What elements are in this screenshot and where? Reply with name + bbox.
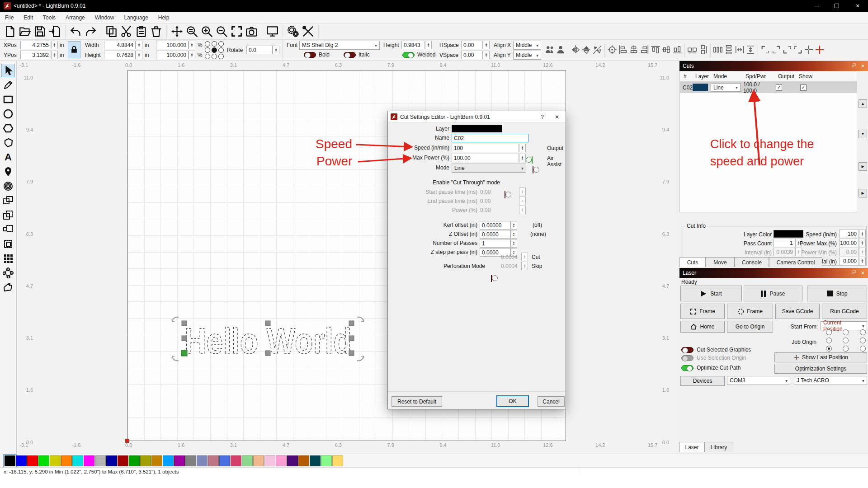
job-origin-radio[interactable] [843,338,849,343]
pause-button[interactable]: Pause [744,286,802,301]
ungroup-icon[interactable] [556,45,566,56]
cuts-panel-title[interactable]: Cuts [679,61,868,71]
same-height-icon[interactable] [698,45,708,56]
hspace-field[interactable]: 0.00 [461,41,483,49]
job-origin-radio[interactable] [843,329,849,335]
palette-swatch[interactable] [106,455,117,466]
dlg-cut-through-toggle[interactable] [505,191,505,198]
rotate-field[interactable]: 0.0 [246,46,273,54]
palette-swatch[interactable] [84,455,94,466]
vspace-spinner[interactable] [483,51,490,59]
edit-canvas[interactable]: -3.1-1.60.01.63.14.76.37.99.411.012.614.… [17,61,676,454]
camera-icon[interactable] [245,25,258,38]
show-checkbox[interactable] [800,84,807,91]
close-button[interactable] [847,0,868,12]
text-tool[interactable] [1,150,15,164]
hspace-spinner[interactable] [483,41,490,49]
italic-toggle[interactable] [344,52,356,58]
palette-swatch[interactable] [16,455,27,466]
palette-swatch[interactable] [242,455,253,466]
cutinfo-speed-field[interactable]: 100 [839,230,859,238]
ellipse-tool[interactable] [1,107,15,121]
position-tool[interactable] [1,165,15,178]
font-height-field[interactable]: 0.9843 [401,41,425,49]
tab-cuts[interactable]: Cuts [679,257,706,267]
align-center-icon[interactable] [607,45,617,56]
palette-swatch[interactable] [38,455,49,466]
redo-icon[interactable] [85,25,97,38]
palette-swatch[interactable] [208,455,219,466]
paste-icon[interactable] [135,25,147,38]
optimize-row[interactable]: Optimize Cut Path [681,365,741,371]
tab-laser[interactable]: Laser [679,442,704,452]
dlg-perforation-toggle[interactable] [491,275,492,282]
dlg-passes-field[interactable]: 1 [480,239,510,248]
show-last-position-button[interactable]: Show Last Position [774,352,867,362]
start-from-combo[interactable]: Current Position [821,321,867,330]
material-field[interactable]: 0.000 [839,257,859,265]
ok-button[interactable]: OK [496,395,529,407]
width-percent-field[interactable]: 100.000 [156,41,189,49]
width-field[interactable]: 4.8844 [104,41,136,49]
palette-swatch[interactable] [264,455,275,466]
job-origin-grid[interactable] [821,329,868,352]
dock-collapse-right[interactable]: ▶ [859,162,867,171]
move-to-corner-br-icon[interactable] [793,45,803,56]
palette-swatch[interactable] [27,455,38,466]
dlg-kerf-field[interactable]: 0.00000 [480,221,510,230]
preview-monitor-icon[interactable] [266,25,278,38]
xpos-field[interactable]: 4.2755 [20,41,51,49]
job-origin-radio[interactable] [826,338,832,343]
palette-swatch[interactable] [197,455,208,466]
align-bottom-icon[interactable] [672,45,682,56]
space-h-icon[interactable] [735,45,745,56]
menu-item[interactable]: File [0,14,19,21]
frame-rubber-button[interactable]: Frame [727,304,773,319]
palette-swatch[interactable] [253,455,264,466]
selected-text-object[interactable]: Hello World [170,312,383,371]
power-max-field[interactable]: 100.00 [839,239,859,247]
rotate-tool[interactable] [1,281,15,294]
tab-move[interactable]: Move [706,257,735,267]
job-origin-radio[interactable] [860,338,866,343]
menu-item[interactable]: Tools [38,14,61,21]
palette-swatch[interactable] [129,455,140,466]
minimize-button[interactable] [806,0,826,12]
laser-panel-title[interactable]: Laser [679,268,868,278]
zoom-in-icon[interactable] [201,25,213,38]
same-width-icon[interactable] [687,45,697,56]
move-laser-position-icon[interactable] [815,45,825,56]
height-percent-spinner[interactable] [189,51,195,59]
ypos-spinner[interactable] [51,51,58,59]
origin-handle[interactable] [181,350,187,356]
col-mode[interactable]: Mode [713,73,745,80]
undo-icon[interactable] [70,25,82,38]
settings-gears-icon[interactable] [287,25,299,38]
menu-item[interactable]: Window [90,14,119,21]
lock-aspect-button[interactable] [68,41,80,58]
stop-button[interactable]: Stop [807,286,867,301]
height-percent-field[interactable]: 100.000 [156,51,189,59]
zoom-page-icon[interactable] [186,25,198,38]
dlg-zoffset-spin[interactable] [510,230,517,239]
palette-swatch[interactable] [151,455,162,466]
move-to-corner-tr-icon[interactable] [771,45,781,56]
align-right-icon[interactable] [640,45,650,56]
devices-button[interactable]: Devices [680,376,725,386]
col-show[interactable]: Show [799,73,812,80]
move-to-corner-tl-icon[interactable] [760,45,770,56]
close-panel-icon[interactable] [861,63,865,69]
circular-array-tool[interactable] [1,266,15,280]
space-v-icon[interactable] [745,45,755,56]
frame-square-button[interactable]: Frame [680,304,725,319]
run-gcode-button[interactable]: Run GCode [822,304,867,319]
save-icon[interactable] [34,25,46,38]
save-gcode-button[interactable]: Save GCode [775,304,820,319]
dlg-passes-spin[interactable] [510,239,517,248]
mirror-diagonal-icon[interactable] [592,45,602,56]
maximize-button[interactable] [826,0,847,12]
new-file-icon[interactable] [4,25,16,38]
home-button[interactable]: Home [680,321,725,333]
material-spin[interactable] [859,257,866,265]
menu-item[interactable]: Language [119,14,153,21]
